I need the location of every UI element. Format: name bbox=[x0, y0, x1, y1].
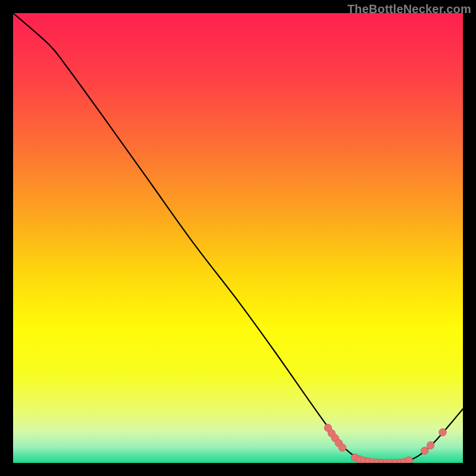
watermark-text: TheBottleNecker.com bbox=[347, 2, 471, 16]
gradient-background bbox=[13, 13, 463, 463]
data-marker bbox=[339, 444, 346, 451]
data-marker bbox=[439, 428, 446, 436]
data-marker bbox=[427, 441, 434, 449]
chart-svg bbox=[13, 13, 463, 463]
data-marker bbox=[421, 447, 428, 454]
data-marker bbox=[405, 457, 412, 463]
plot-area bbox=[13, 13, 463, 463]
chart-stage: TheBottleNecker.com bbox=[0, 0, 476, 476]
